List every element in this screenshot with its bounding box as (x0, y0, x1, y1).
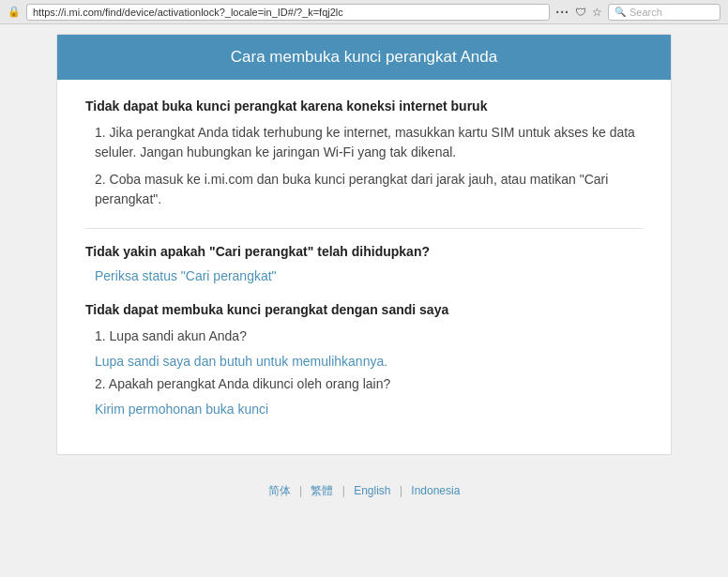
section-password-list: 1. Lupa sandi akun Anda? (85, 326, 643, 346)
section-internet-title: Tidak dapat buka kunci perangkat karena … (85, 99, 643, 114)
send-unlock-request-link[interactable]: Kirim permohonan buka kunci (85, 402, 643, 417)
footer-separator: | (400, 484, 405, 497)
page-footer: 简体 | 繁體 | English | Indonesia (0, 464, 728, 518)
list-item: 1. Jika perangkat Anda tidak terhubung k… (95, 123, 643, 162)
list-item-text: 2. Apakah perangkat Anda dikunci oleh or… (95, 376, 390, 391)
footer-link-english[interactable]: English (354, 484, 390, 497)
section-find-device-title: Tidak yakin apakah "Cari perangkat" tela… (85, 244, 643, 259)
footer-link-simplified[interactable]: 简体 (268, 484, 291, 497)
browser-bar: 🔒 https://i.mi.com/find/device/activatio… (0, 0, 728, 24)
page-header: Cara membuka kunci perangkat Anda (57, 35, 671, 80)
footer-separator: | (299, 484, 305, 497)
url-text: https://i.mi.com/find/device/activationl… (33, 7, 343, 18)
footer-separator: | (342, 484, 348, 497)
browser-actions: ··· 🛡 ☆ (555, 5, 602, 20)
list-item-text: 2. Coba masuk ke i.mi.com dan buka kunci… (95, 172, 608, 206)
lock-icon: 🔒 (8, 6, 21, 18)
search-box[interactable]: 🔍 Search (608, 4, 720, 21)
content-card: Cara membuka kunci perangkat Anda Tidak … (56, 34, 672, 455)
check-status-link[interactable]: Periksa status "Cari perangkat" (85, 268, 643, 283)
search-placeholder: Search (629, 7, 662, 18)
shield-icon: 🛡 (575, 6, 586, 19)
divider (85, 228, 643, 229)
address-bar[interactable]: https://i.mi.com/find/device/activationl… (26, 4, 550, 21)
menu-icon[interactable]: ··· (555, 5, 569, 20)
forgot-password-link[interactable]: Lupa sandi saya dan butuh untuk memulihk… (85, 354, 643, 369)
star-icon[interactable]: ☆ (592, 6, 602, 19)
section-internet-list: 1. Jika perangkat Anda tidak terhubung k… (85, 123, 643, 209)
page-background: Cara membuka kunci perangkat Anda Tidak … (0, 34, 728, 577)
section-password-title: Tidak dapat membuka kunci perangkat deng… (85, 302, 643, 317)
header-title: Cara membuka kunci perangkat Anda (231, 48, 497, 66)
list-item: 2. Apakah perangkat Anda dikunci oleh or… (95, 374, 643, 394)
list-item-text: 1. Lupa sandi akun Anda? (95, 328, 247, 343)
footer-link-indonesia[interactable]: Indonesia (411, 484, 460, 497)
section-internet: Tidak dapat buka kunci perangkat karena … (85, 99, 643, 209)
list-item: 2. Coba masuk ke i.mi.com dan buka kunci… (95, 170, 643, 209)
content-body: Tidak dapat buka kunci perangkat karena … (57, 80, 671, 454)
footer-link-traditional[interactable]: 繁體 (311, 484, 333, 497)
section-find-device: Tidak yakin apakah "Cari perangkat" tela… (85, 244, 643, 283)
list-item-text: 1. Jika perangkat Anda tidak terhubung k… (95, 125, 635, 159)
list-item: 1. Lupa sandi akun Anda? (95, 326, 643, 346)
section-password: Tidak dapat membuka kunci perangkat deng… (85, 302, 643, 417)
search-icon: 🔍 (614, 7, 626, 17)
section-password-list-2: 2. Apakah perangkat Anda dikunci oleh or… (85, 374, 643, 394)
